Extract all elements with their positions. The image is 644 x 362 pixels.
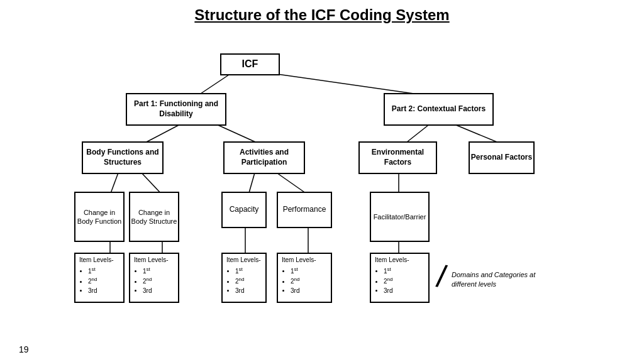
list-item: 3rd [291, 287, 327, 295]
change-body-function-box: Change in Body Function [74, 192, 125, 242]
list-item: 3rd [143, 287, 174, 295]
capacity-box: Capacity [221, 192, 267, 228]
list-item: 1st [384, 266, 425, 276]
list-item: 1st [143, 266, 174, 276]
list-item: 2nd [384, 276, 425, 286]
activities-box: Activities and Participation [223, 141, 305, 174]
item-levels-3-box: Item Levels- 1st 2nd 3rd [221, 253, 267, 303]
list-item: 1st [291, 266, 327, 276]
list-item: 2nd [291, 276, 327, 286]
item-levels-2-box: Item Levels- 1st 2nd 3rd [129, 253, 179, 303]
item-levels-4-box: Item Levels- 1st 2nd 3rd [277, 253, 332, 303]
facilitator-barrier-box: Facilitator/Barrier [370, 192, 430, 242]
italic-note: Domains and Categories at different leve… [452, 270, 552, 290]
page-title: Structure of the ICF Coding System [13, 6, 631, 24]
list-item: 3rd [88, 287, 119, 295]
icf-box: ICF [220, 53, 280, 75]
list-item: 3rd [235, 287, 262, 295]
part1-box: Part 1: Functioning and Disability [126, 93, 226, 126]
item-levels-5-box: Item Levels- 1st 2nd 3rd [370, 253, 430, 303]
list-item: 3rd [384, 287, 425, 295]
list-item: 2nd [143, 276, 174, 286]
list-item: 2nd [235, 276, 262, 286]
env-factors-box: Environmental Factors [358, 141, 437, 174]
change-body-structure-box: Change in Body Structure [129, 192, 179, 242]
list-item: 1st [235, 266, 262, 276]
page-number: 19 [19, 344, 29, 354]
personal-factors-box: Personal Factors [469, 141, 535, 174]
item-levels-1-box: Item Levels- 1st 2nd 3rd [74, 253, 125, 303]
slash-icon: / [435, 260, 448, 293]
page: Structure of the ICF Coding System [0, 0, 644, 362]
performance-box: Performance [277, 192, 332, 228]
list-item: 2nd [88, 276, 119, 286]
body-functions-box: Body Functions and Structures [82, 141, 164, 174]
connector-lines [0, 0, 644, 362]
list-item: 1st [88, 266, 119, 276]
part2-box: Part 2: Contextual Factors [384, 93, 494, 126]
